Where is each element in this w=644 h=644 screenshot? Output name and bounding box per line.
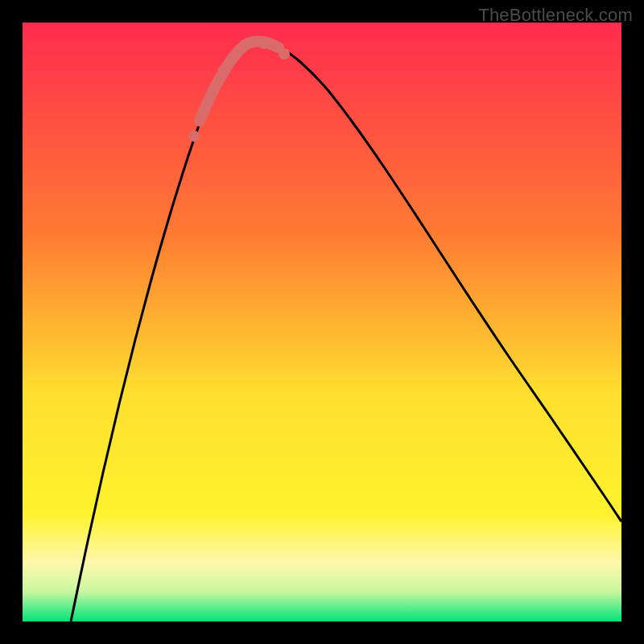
optimal-marker (188, 130, 200, 142)
plot-area (23, 23, 621, 621)
optimal-marker (202, 97, 213, 109)
bottleneck-chart (23, 23, 621, 621)
optimal-marker (258, 38, 270, 49)
chart-frame: TheBottleneck.com (0, 0, 644, 644)
optimal-marker (279, 48, 290, 60)
optimal-marker (218, 64, 229, 76)
optimal-marker (239, 39, 250, 51)
gradient-background (23, 23, 621, 621)
